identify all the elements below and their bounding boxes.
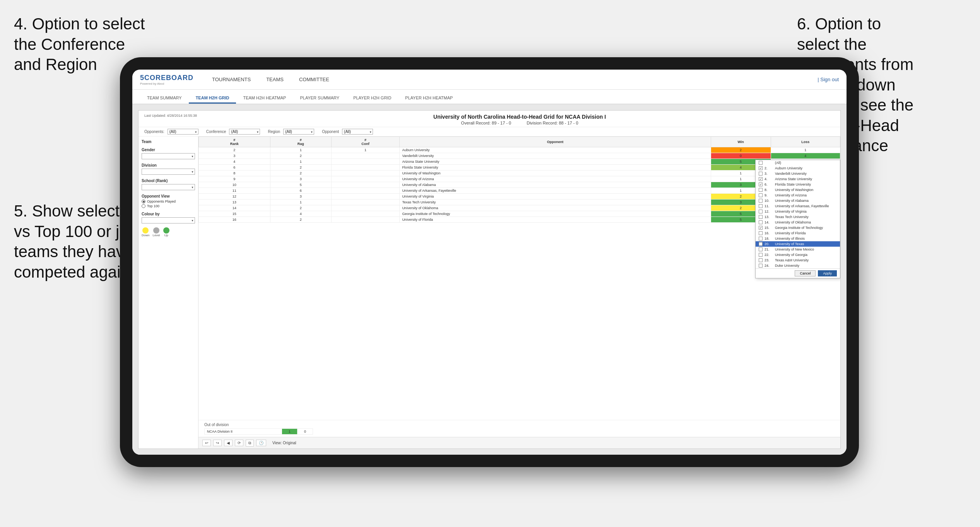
cell-conf: 1 xyxy=(331,147,400,153)
radio-top100[interactable]: Top 100 xyxy=(142,204,195,208)
dropdown-item[interactable]: 12. University of Virginia xyxy=(756,209,840,214)
cell-opponent: Arizona State University xyxy=(400,159,711,165)
toolbar-back[interactable]: ◀ xyxy=(224,440,233,446)
dropdown-item-num: 14. xyxy=(765,220,773,224)
table-row: 6 2 Florida State University 4 2 xyxy=(199,165,840,171)
apply-button[interactable]: Apply xyxy=(818,270,837,276)
dropdown-item[interactable]: 18. University of Illinois xyxy=(756,236,840,241)
report-panel: Last Updated: 4/28/2014 16:55:38 Univers… xyxy=(138,110,841,449)
gender-section: Gender Men's xyxy=(142,148,195,159)
nav-tournaments[interactable]: TOURNAMENTS xyxy=(205,74,258,85)
dropdown-checkbox xyxy=(759,172,763,176)
dropdown-item-num: 23. xyxy=(765,258,773,262)
dropdown-overlay: (All) ✓ 2. Auburn University 3. Vanderbi… xyxy=(755,160,840,278)
tab-team-summary[interactable]: TEAM SUMMARY xyxy=(140,93,189,104)
dropdown-item[interactable]: 21. University of New Mexico xyxy=(756,247,840,252)
dropdown-item[interactable]: 3. Vanderbilt University xyxy=(756,171,840,176)
dropdown-checkbox: ✓ xyxy=(759,177,763,181)
cell-rag: 4 xyxy=(270,211,331,217)
nav-committee[interactable]: COMMITTEE xyxy=(292,74,336,85)
tab-player-summary[interactable]: PLAYER SUMMARY xyxy=(293,93,346,104)
dropdown-checkbox xyxy=(759,247,763,251)
logo-area: 5COREBOARD Powered by Abcd xyxy=(140,74,193,85)
division-input[interactable]: NCAA Division I xyxy=(142,169,195,175)
region-select[interactable]: (All) xyxy=(283,129,314,135)
toolbar-redo[interactable]: ↪ xyxy=(213,440,222,446)
toolbar-refresh[interactable]: ⟳ xyxy=(235,440,243,446)
dropdown-checkbox xyxy=(759,258,763,262)
dropdown-item[interactable]: 9. University of Arizona xyxy=(756,193,840,198)
opponent-select[interactable]: (All) xyxy=(342,129,373,135)
cell-conf xyxy=(331,176,400,182)
dropdown-item-num: 12. xyxy=(765,210,773,213)
dropdown-item[interactable]: (All) xyxy=(756,160,840,165)
tab-team-h2h-heatmap[interactable]: TEAM H2H HEATMAP xyxy=(236,93,293,104)
dropdown-item[interactable]: ✓ 6. Florida State University xyxy=(756,182,840,187)
dropdown-checkbox xyxy=(759,161,763,165)
dropdown-item[interactable]: ✓ 4. Arizona State University xyxy=(756,176,840,182)
opponents-filter-label: Opponents: xyxy=(144,130,164,134)
conference-select[interactable]: (All) xyxy=(229,129,260,135)
opponents-select[interactable]: (All) xyxy=(168,129,198,135)
tab-player-h2h-heatmap[interactable]: PLAYER H2H HEATMAP xyxy=(398,93,460,104)
dropdown-item[interactable]: ✓ 15. Georgia Institute of Technology xyxy=(756,225,840,230)
cancel-button[interactable]: Cancel xyxy=(795,270,816,276)
cell-rank: 6 xyxy=(199,165,270,171)
cell-rag: 1 xyxy=(270,200,331,205)
opponents-select-wrapper: (All) xyxy=(168,129,198,135)
dropdown-item-num: 10. xyxy=(765,199,773,203)
dropdown-item-num: 13. xyxy=(765,215,773,219)
nav-sign-out[interactable]: | Sign out xyxy=(818,77,839,82)
out-div-loss: 0 xyxy=(298,429,313,435)
school-rank-input[interactable]: 1. University of Nort... xyxy=(142,184,195,190)
dropdown-item[interactable]: 10. University of Alabama xyxy=(756,198,840,203)
conference-filter-label: Conference xyxy=(206,130,226,134)
dropdown-item[interactable]: 16. University of Florida xyxy=(756,230,840,236)
division-label: Division xyxy=(142,163,195,167)
colour-by-wrap: Win/loss xyxy=(142,217,195,223)
toolbar-undo[interactable]: ↩ xyxy=(202,440,211,446)
cell-rank: 13 xyxy=(199,200,270,205)
dropdown-checkbox xyxy=(759,204,763,208)
nav-teams[interactable]: TEAMS xyxy=(259,74,291,85)
dropdown-list: (All) ✓ 2. Auburn University 3. Vanderbi… xyxy=(756,160,840,268)
gender-label: Gender xyxy=(142,148,195,152)
dropdown-item-num: 18. xyxy=(765,237,773,240)
legend-level: Level xyxy=(152,227,160,237)
report-header: Last Updated: 4/28/2014 16:55:38 Univers… xyxy=(139,111,840,127)
dropdown-item[interactable]: ✓ 2. Auburn University xyxy=(756,165,840,171)
cell-rank: 8 xyxy=(199,171,270,176)
table-row: 4 1 Arizona State University 5 1 xyxy=(199,159,840,165)
filters-row: Opponents: (All) Conference (All) Region xyxy=(139,127,840,136)
dropdown-item[interactable]: 24. Duke University xyxy=(756,263,840,268)
out-div-row: NCAA Division II 1 0 xyxy=(205,429,313,435)
dropdown-item-label: Auburn University xyxy=(775,166,802,170)
dropdown-item[interactable]: 8. University of Washington xyxy=(756,187,840,193)
dropdown-item-label: University of New Mexico xyxy=(775,247,814,251)
dropdown-item[interactable]: 20. University of Texas xyxy=(756,241,840,247)
dropdown-item[interactable]: 23. Texas A&M University xyxy=(756,258,840,263)
dropdown-checkbox xyxy=(759,199,763,203)
dropdown-item[interactable]: 11. University of Arkansas, Fayetteville xyxy=(756,203,840,209)
cell-rank: 14 xyxy=(199,205,270,211)
dropdown-item[interactable]: 22. University of Georgia xyxy=(756,252,840,258)
tab-player-h2h-grid[interactable]: PLAYER H2H GRID xyxy=(346,93,398,104)
cell-rag: 2 xyxy=(270,153,331,159)
gender-input[interactable]: Men's xyxy=(142,153,195,159)
colour-by-input[interactable]: Win/loss xyxy=(142,217,195,223)
dropdown-checkbox xyxy=(759,242,763,246)
radio-opponents-played[interactable]: Opponents Played xyxy=(142,200,195,203)
content-body: Team Gender Men's Division NCAA Division… xyxy=(139,136,840,449)
tab-team-h2h-grid[interactable]: TEAM H2H GRID xyxy=(189,93,236,104)
table-row: 11 6 University of Arkansas, Fayettevill… xyxy=(199,188,840,194)
dropdown-item[interactable]: 13. Texas Tech University xyxy=(756,214,840,220)
cell-rank: 10 xyxy=(199,182,270,188)
toolbar-copy[interactable]: ⧉ xyxy=(246,440,254,447)
cell-rag: 1 xyxy=(270,159,331,165)
dropdown-item[interactable]: 14. University of Oklahoma xyxy=(756,220,840,225)
toolbar-clock[interactable]: 🕐 xyxy=(256,440,266,446)
logo-text: 5COREBOARD xyxy=(140,74,193,82)
dropdown-item-num: 4. xyxy=(765,177,773,181)
dropdown-checkbox xyxy=(759,264,763,268)
colour-by-label: Colour by xyxy=(142,212,195,216)
